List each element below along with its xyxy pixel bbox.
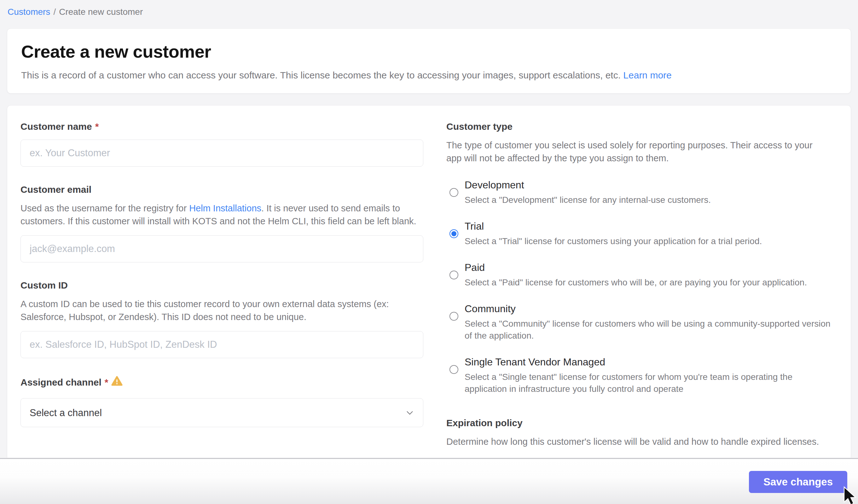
page-header-card: Create a new customer This is a record o… [7, 28, 851, 94]
radio-description: Select a "Development" license for any i… [465, 194, 711, 206]
customer-type-option-development[interactable]: Development Select a "Development" licen… [446, 179, 837, 206]
customer-name-input[interactable] [20, 140, 423, 167]
customer-type-label-text: Customer type [446, 121, 512, 132]
breadcrumb-current: Create new customer [59, 7, 143, 17]
page-title: Create a new customer [21, 41, 837, 62]
form-footer: Save changes [0, 458, 858, 504]
community-radio[interactable] [449, 312, 458, 321]
trial-radio[interactable] [449, 229, 458, 238]
radio-description: Select a "Paid" license for customers wh… [465, 277, 807, 289]
expiration-policy-description: Determine how long this customer's licen… [446, 435, 829, 448]
radio-title: Trial [465, 221, 762, 232]
radio-title: Paid [465, 262, 807, 273]
expiration-policy-label-text: Expiration policy [446, 418, 523, 428]
development-radio[interactable] [449, 188, 458, 197]
assigned-channel-select[interactable]: Select a channel [20, 398, 423, 427]
form-right-column: Customer type The type of customer you s… [446, 105, 837, 448]
radio-description: Select a "Trial" license for customers u… [465, 235, 762, 247]
breadcrumb: Customers/Create new customer [7, 7, 143, 17]
custom-id-label-text: Custom ID [20, 280, 68, 291]
create-customer-form-card: Customer name * Customer email Used as t… [7, 105, 851, 458]
radio-description: Select a "Single tenant" license for cus… [465, 371, 832, 395]
customer-type-option-single-tenant[interactable]: Single Tenant Vendor Managed Select a "S… [446, 356, 837, 395]
breadcrumb-separator: / [53, 7, 56, 17]
required-asterisk: * [105, 377, 108, 388]
email-desc-before: Used as the username for the registry fo… [20, 203, 189, 213]
assigned-channel-label: Assigned channel * [20, 376, 423, 389]
assigned-channel-select-wrap: Select a channel [20, 398, 423, 427]
breadcrumb-customers-link[interactable]: Customers [7, 7, 50, 17]
customer-email-description: Used as the username for the registry fo… [20, 202, 423, 228]
paid-radio[interactable] [449, 271, 458, 279]
form-left-column: Customer name * Customer email Used as t… [20, 105, 423, 427]
customer-type-option-community[interactable]: Community Select a "Community" license f… [446, 303, 837, 342]
customer-type-option-paid[interactable]: Paid Select a "Paid" license for custome… [446, 262, 837, 289]
customer-email-input[interactable] [20, 235, 423, 262]
expiration-policy-label: Expiration policy [446, 418, 837, 428]
customer-type-description: The type of customer you select is used … [446, 139, 829, 165]
save-changes-button[interactable]: Save changes [749, 471, 847, 493]
radio-title: Single Tenant Vendor Managed [465, 356, 832, 368]
custom-id-input[interactable] [20, 331, 423, 358]
customer-name-label: Customer name * [20, 121, 423, 132]
custom-id-label: Custom ID [20, 280, 423, 291]
page-description-text: This is a record of a customer who can a… [21, 70, 621, 80]
warning-icon [111, 376, 123, 389]
helm-installations-link[interactable]: Helm Installations [189, 203, 261, 213]
assigned-channel-label-text: Assigned channel [20, 377, 101, 388]
customer-email-label: Customer email [20, 184, 423, 195]
customer-type-option-trial[interactable]: Trial Select a "Trial" license for custo… [446, 221, 837, 247]
radio-description: Select a "Community" license for custome… [465, 318, 832, 342]
custom-id-description: A custom ID can be used to tie this cust… [20, 298, 423, 324]
radio-title: Development [465, 179, 711, 191]
customer-type-label: Customer type [446, 121, 837, 132]
learn-more-link[interactable]: Learn more [623, 70, 671, 80]
customer-name-label-text: Customer name [20, 121, 92, 132]
customer-email-label-text: Customer email [20, 184, 91, 195]
radio-title: Community [465, 303, 832, 315]
page-description: This is a record of a customer who can a… [21, 70, 837, 81]
single-tenant-radio[interactable] [449, 365, 458, 374]
required-asterisk: * [95, 121, 99, 132]
